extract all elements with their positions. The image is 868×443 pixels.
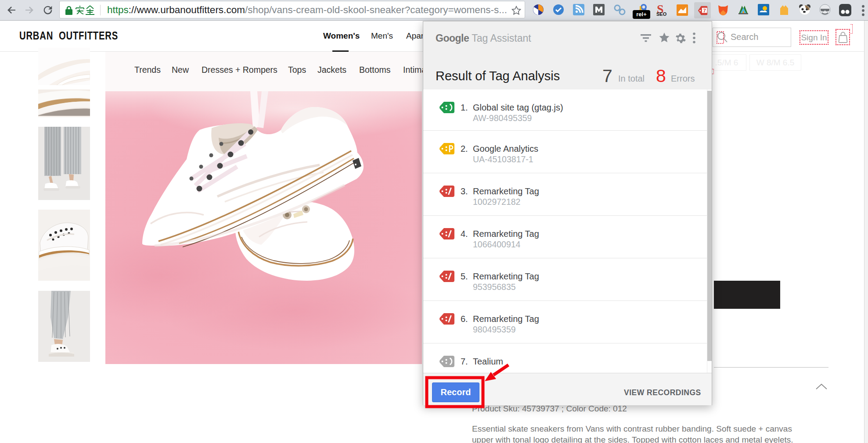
- svg-text:7: 7: [703, 8, 706, 13]
- svg-text:SEO: SEO: [656, 11, 667, 17]
